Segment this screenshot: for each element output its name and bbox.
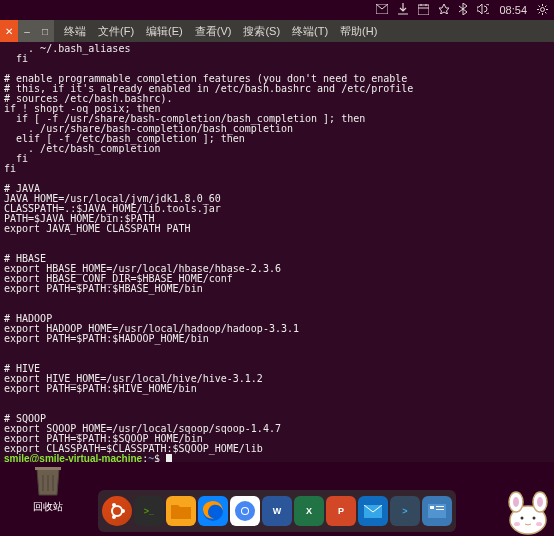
menu-edit[interactable]: 编辑(E) bbox=[146, 24, 183, 39]
dock-firefox[interactable] bbox=[198, 496, 228, 526]
dock-chromium[interactable] bbox=[230, 496, 260, 526]
dock-powerpoint[interactable]: P bbox=[326, 496, 356, 526]
indicator-icon[interactable] bbox=[439, 4, 449, 16]
dock-excel[interactable]: X bbox=[294, 496, 324, 526]
dock-files[interactable] bbox=[166, 496, 196, 526]
svg-point-23 bbox=[536, 522, 542, 526]
desktop-trash[interactable]: 回收站 bbox=[30, 462, 66, 514]
maximize-button[interactable]: □ bbox=[36, 20, 54, 42]
mail-icon[interactable] bbox=[376, 4, 388, 16]
dock-ubuntu[interactable] bbox=[102, 496, 132, 526]
trash-label: 回收站 bbox=[30, 500, 66, 514]
svg-point-19 bbox=[537, 497, 543, 507]
dock: >_ W X P > bbox=[98, 490, 456, 532]
dock-word[interactable]: W bbox=[262, 496, 292, 526]
svg-point-9 bbox=[242, 508, 248, 514]
window-menubar: ✕ – □ 终端 文件(F) 编辑(E) 查看(V) 搜索(S) 终端(T) 帮… bbox=[0, 20, 554, 42]
svg-point-4 bbox=[112, 503, 116, 507]
menu-title: 终端 bbox=[64, 24, 86, 39]
gear-icon[interactable] bbox=[537, 4, 548, 17]
dock-settings[interactable] bbox=[422, 496, 452, 526]
svg-rect-13 bbox=[436, 506, 444, 507]
svg-point-21 bbox=[533, 517, 536, 520]
menu-view[interactable]: 查看(V) bbox=[195, 24, 232, 39]
svg-point-5 bbox=[112, 515, 116, 519]
svg-rect-0 bbox=[418, 5, 429, 15]
menu-search[interactable]: 搜索(S) bbox=[243, 24, 280, 39]
svg-rect-12 bbox=[430, 506, 434, 509]
mascot-icon bbox=[502, 484, 554, 536]
menu-help[interactable]: 帮助(H) bbox=[340, 24, 377, 39]
dock-mail[interactable] bbox=[358, 496, 388, 526]
svg-point-1 bbox=[541, 7, 545, 11]
svg-point-18 bbox=[513, 497, 519, 507]
volume-icon[interactable] bbox=[477, 4, 489, 16]
minimize-button[interactable]: – bbox=[18, 20, 36, 42]
svg-point-3 bbox=[121, 509, 125, 513]
close-button[interactable]: ✕ bbox=[0, 20, 18, 42]
trash-icon bbox=[30, 462, 66, 498]
calendar-icon[interactable] bbox=[418, 4, 429, 17]
svg-point-22 bbox=[514, 522, 520, 526]
svg-point-20 bbox=[521, 517, 524, 520]
dock-terminal2[interactable]: > bbox=[390, 496, 420, 526]
bluetooth-icon[interactable] bbox=[459, 3, 467, 17]
menu-terminal[interactable]: 终端(T) bbox=[292, 24, 328, 39]
dock-terminal[interactable]: >_ bbox=[134, 496, 164, 526]
svg-point-2 bbox=[112, 506, 122, 516]
top-panel: 08:54 bbox=[0, 0, 554, 20]
clock-text[interactable]: 08:54 bbox=[499, 4, 527, 16]
download-icon[interactable] bbox=[398, 3, 408, 17]
svg-rect-14 bbox=[436, 509, 444, 510]
terminal-output[interactable]: . ~/.bash_aliases fi # enable programmab… bbox=[0, 42, 554, 462]
menu-file[interactable]: 文件(F) bbox=[98, 24, 134, 39]
